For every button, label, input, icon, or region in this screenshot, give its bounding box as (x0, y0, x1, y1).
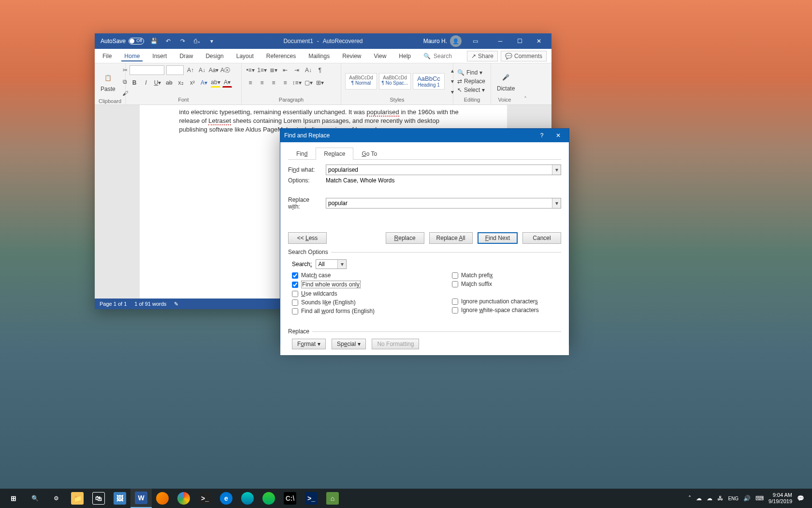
language-icon[interactable]: ENG (728, 496, 739, 501)
align-center-icon[interactable]: ≡ (257, 78, 267, 88)
find-button[interactable]: 🔍Find ▾ (457, 69, 485, 76)
redo-icon[interactable]: ↷ (178, 36, 188, 46)
tab-goto[interactable]: Go To (353, 148, 385, 160)
qat-more-icon[interactable]: ▾ (207, 36, 217, 46)
style-nospacing[interactable]: AaBbCcDd¶ No Spac... (379, 73, 411, 90)
highlight-icon[interactable]: ab▾ (211, 78, 220, 88)
ribbon-display-icon[interactable]: ▭ (465, 33, 485, 49)
font-name-combo[interactable] (130, 65, 164, 75)
cmd-button[interactable]: C:\ (279, 489, 301, 508)
tab-insert[interactable]: Insert (149, 51, 170, 61)
clock[interactable]: 9:04 AM 9/19/2019 (768, 492, 792, 505)
firefox-button[interactable] (152, 489, 173, 508)
chevron-down-icon[interactable]: ▾ (552, 165, 561, 175)
tab-review[interactable]: Review (339, 51, 364, 61)
tab-references[interactable]: References (263, 51, 299, 61)
tab-home[interactable]: Home (121, 51, 143, 61)
network-icon[interactable]: 🖧 (717, 495, 723, 502)
settings-button[interactable]: ⚙ (45, 489, 67, 508)
increase-indent-icon[interactable]: ⇥ (292, 65, 302, 75)
ignore-whitespace-checkbox[interactable]: Ignore white-space characters (452, 307, 539, 314)
change-case-icon[interactable]: Aa▾ (209, 65, 218, 75)
dialog-titlebar[interactable]: Find and Replace ? ✕ (280, 129, 569, 142)
titlebar[interactable]: AutoSave Off 💾 ↶ ↷ ⎙▾ ▾ Document1 - Auto… (95, 33, 551, 49)
close-button[interactable]: ✕ (529, 33, 549, 49)
photos-button[interactable]: 🖼 (109, 489, 130, 508)
decrease-indent-icon[interactable]: ⇤ (280, 65, 290, 75)
word-button[interactable]: W (130, 489, 152, 508)
strike-icon[interactable]: ab (164, 78, 174, 88)
line-spacing-icon[interactable]: ↕≡▾ (292, 78, 302, 88)
style-normal[interactable]: AaBbCcDd¶ Normal (345, 73, 377, 90)
edge-dev-button[interactable] (258, 489, 279, 508)
share-button[interactable]: ↗Share (467, 51, 498, 61)
clear-format-icon[interactable]: Aⓧ (220, 65, 230, 75)
volume-icon[interactable]: 🔊 (743, 495, 751, 502)
find-next-button[interactable]: Find Next (478, 232, 518, 244)
ignore-punctuation-checkbox[interactable]: Ignore punctuation characters (452, 298, 539, 305)
user-account[interactable]: Mauro H. 👤 (423, 35, 462, 47)
cancel-button[interactable]: Cancel (522, 232, 561, 244)
align-right-icon[interactable]: ≡ (269, 78, 278, 88)
tab-help[interactable]: Help (396, 51, 414, 61)
find-what-input[interactable]: popularised ▾ (326, 164, 561, 175)
replace-button[interactable]: ⇄Replace (457, 78, 485, 85)
tab-view[interactable]: View (371, 51, 390, 61)
app-button[interactable]: ⌂ (322, 489, 343, 508)
match-suffix-checkbox[interactable]: Match suffix (452, 281, 539, 287)
tab-find[interactable]: Find (288, 148, 316, 160)
less-button[interactable]: << Less (288, 232, 327, 244)
chevron-down-icon[interactable]: ▾ (337, 260, 346, 269)
page-indicator[interactable]: Page 1 of 1 (100, 301, 127, 307)
close-button[interactable]: ✕ (551, 129, 565, 142)
replace-with-input[interactable]: popular ▾ (326, 198, 561, 209)
tab-file[interactable]: File (100, 51, 115, 61)
select-button[interactable]: ↖Select ▾ (457, 87, 485, 93)
text-effects-icon[interactable]: A▾ (199, 78, 209, 88)
special-button[interactable]: Special ▾ (332, 339, 366, 349)
numbering-icon[interactable]: 1≡▾ (257, 65, 267, 75)
sounds-like-checkbox[interactable]: Sounds like (English) (292, 299, 375, 306)
chrome-button[interactable] (173, 489, 194, 508)
show-marks-icon[interactable]: ¶ (315, 65, 325, 75)
multilevel-icon[interactable]: ≣▾ (269, 65, 278, 75)
qat-icon[interactable]: ⎙▾ (192, 36, 202, 46)
save-icon[interactable]: 💾 (149, 36, 159, 46)
autosave-toggle[interactable]: AutoSave Off (101, 38, 144, 45)
undo-icon[interactable]: ↶ (163, 36, 173, 46)
maximize-button[interactable]: ☐ (510, 33, 529, 49)
match-case-checkbox[interactable]: Match case (292, 272, 375, 279)
font-size-combo[interactable] (166, 65, 184, 75)
replace-all-button[interactable]: Replace All (429, 232, 473, 244)
replace-button[interactable]: Replace (386, 232, 424, 244)
minimize-button[interactable]: ─ (491, 33, 510, 49)
tray-expand-icon[interactable]: ˄ (688, 495, 691, 502)
word-count[interactable]: 1 of 91 words (134, 301, 166, 307)
start-button[interactable]: ⊞ (3, 489, 24, 508)
powershell-button[interactable]: >_ (301, 489, 322, 508)
store-button[interactable]: 🛍 (88, 489, 109, 508)
subscript-icon[interactable]: x₂ (176, 78, 186, 88)
dictate-button[interactable]: 🎤 Dictate (495, 69, 517, 94)
notifications-icon[interactable]: 💬 (797, 495, 804, 502)
tab-replace[interactable]: Replace (316, 148, 353, 160)
shading-icon[interactable]: ▢▾ (304, 78, 313, 88)
whole-words-checkbox[interactable]: Find whole words only (292, 281, 375, 288)
spellcheck-icon[interactable]: ✎ (174, 301, 178, 307)
search-button[interactable]: 🔍 (24, 489, 45, 508)
collapse-ribbon-icon[interactable]: ˄ (518, 63, 533, 105)
style-heading1[interactable]: AaBbCcHeading 1 (413, 73, 445, 90)
borders-icon[interactable]: ⊞▾ (315, 78, 325, 88)
justify-icon[interactable]: ≡ (280, 78, 290, 88)
onedrive-icon[interactable]: ☁ (696, 495, 702, 502)
format-button[interactable]: Format ▾ (292, 339, 326, 349)
bullets-icon[interactable]: •≡▾ (246, 65, 255, 75)
sort-icon[interactable]: A↓ (304, 65, 313, 75)
paste-button[interactable]: 📋 Paste (99, 69, 117, 94)
word-forms-checkbox[interactable]: Find all word forms (English) (292, 308, 375, 314)
edge-button[interactable]: e (216, 489, 237, 508)
grow-font-icon[interactable]: A↑ (186, 65, 195, 75)
match-prefix-checkbox[interactable]: Match prefix (452, 272, 539, 279)
toggle-switch[interactable]: Off (129, 38, 144, 45)
terminal-button[interactable]: >_ (194, 489, 216, 508)
